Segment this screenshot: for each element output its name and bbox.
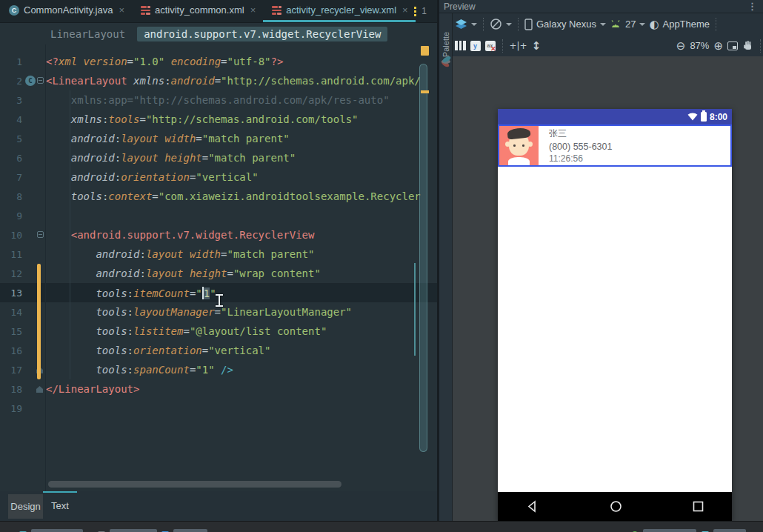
theme-editor-icon[interactable]	[441, 56, 451, 68]
nav-home-icon[interactable]	[610, 500, 622, 513]
code-line-7[interactable]: 7 android:orientation="vertical"	[0, 167, 437, 187]
pan-hand-icon[interactable]	[742, 40, 753, 51]
line-number: 10	[0, 230, 22, 241]
code-line-1[interactable]: 1<?xml version="1.0" encoding="utf-8"?>	[0, 52, 437, 71]
code-line-16[interactable]: 16 tools:orientation="vertical"	[0, 341, 437, 360]
code-line-2[interactable]: 2C<LinearLayout xmlns:android="http://sc…	[0, 71, 437, 90]
tab-close-icon[interactable]: ×	[119, 4, 124, 16]
preview-config-toolbar: Galaxy Nexus 27 ◐ AppTheme	[453, 13, 763, 35]
preview-options-icon[interactable]: ⋮	[747, 1, 757, 12]
layout-variants-icon[interactable]	[455, 19, 467, 30]
statusbar-fragment	[98, 528, 157, 532]
resize-vertical-icon[interactable]: ↕	[532, 39, 542, 53]
breadcrumb-item-linearlayout[interactable]: LinearLayout	[50, 28, 125, 40]
code-line-9[interactable]: 9	[0, 206, 437, 225]
theme-icon: ◐	[649, 18, 659, 31]
gutter	[22, 90, 46, 110]
nav-back-icon[interactable]	[526, 500, 539, 513]
line-number: 17	[0, 365, 22, 376]
tab-text[interactable]: Text	[43, 491, 77, 519]
statusbar-fragment	[19, 528, 83, 532]
line-number: 2	[0, 76, 22, 87]
horizontal-scrollbar[interactable]	[48, 481, 341, 488]
hidden-tabs-indicator[interactable]: 1	[414, 6, 427, 16]
code-line-4[interactable]: 4 xmlns:tools="http://schemas.android.co…	[0, 110, 437, 129]
statusbar-fragment	[161, 528, 207, 532]
fold-marker-icon[interactable]	[36, 386, 43, 393]
warning-stripe-mark[interactable]	[421, 90, 429, 93]
ide-statusbar	[0, 521, 763, 532]
nav-recents-icon[interactable]	[693, 501, 704, 512]
code-line-12[interactable]: 12 android:layout_height="wrap_content"	[0, 264, 437, 283]
code-line-5[interactable]: 5 android:layout_width="match_parent"	[0, 129, 437, 148]
gutter	[22, 283, 46, 302]
mouse-ibeam-cursor	[215, 293, 224, 307]
sample-data-icon[interactable]: y	[470, 41, 481, 51]
theme-selector[interactable]: AppTheme	[662, 19, 710, 30]
tab-activity_common.xml[interactable]: activity_common.xml×	[132, 0, 263, 22]
code-line-18[interactable]: 18</LinearLayout>	[0, 379, 437, 399]
column-mode-icon[interactable]	[455, 41, 466, 50]
code-line-11[interactable]: 11 android:layout_width="match_parent"	[0, 245, 437, 264]
line-number: 6	[0, 153, 22, 164]
zoom-out-icon[interactable]: ⊖	[676, 39, 686, 53]
android-nav-bar	[498, 492, 732, 521]
tab-label: CommonActivity.java	[24, 4, 113, 16]
xml-file-icon	[141, 5, 150, 15]
tab-close-icon[interactable]: ×	[250, 4, 256, 16]
warning-stripe-indicator[interactable]	[421, 46, 429, 56]
code-line-3[interactable]: 3 xmlns:app="http://schemas.android.com/…	[0, 90, 437, 110]
line-number: 7	[0, 172, 22, 183]
code-line-15[interactable]: 15 tools:listitem="@layout/list_content"	[0, 322, 437, 341]
api-level-selector[interactable]: 27	[625, 19, 636, 30]
recycler-list-item[interactable]: 张三 (800) 555-6301 11:26:56	[498, 124, 732, 167]
android-api-icon[interactable]	[610, 20, 622, 28]
vcs-change-bar	[37, 264, 41, 379]
device-phone-icon[interactable]	[524, 19, 533, 30]
contact-avatar	[499, 126, 539, 165]
fold-marker-icon[interactable]	[37, 77, 44, 84]
center-horizontal-icon[interactable]: +|+	[510, 41, 527, 51]
breadcrumb-item-recyclerview[interactable]: android.support.v7.widget.RecyclerView	[137, 27, 387, 41]
zoom-fit-icon[interactable]	[727, 41, 738, 50]
scrollbar-selection-mark	[414, 263, 416, 356]
api-level-dropdown[interactable]	[639, 23, 645, 29]
code-text: <?xml version="1.0" encoding="utf-8"?>	[46, 56, 437, 67]
battery-icon	[701, 112, 707, 122]
device-dropdown[interactable]	[600, 23, 606, 29]
code-editor[interactable]: 1<?xml version="1.0" encoding="utf-8"?>2…	[0, 44, 437, 491]
tab-CommonActivity.java[interactable]: CCommonActivity.java×	[0, 0, 132, 22]
code-line-19[interactable]: 19	[0, 399, 437, 418]
tab-close-icon[interactable]: ×	[402, 4, 408, 16]
code-text: android:layout_height="wrap_content"	[46, 267, 437, 279]
code-line-10[interactable]: 10 <android.support.v7.widget.RecyclerVi…	[0, 225, 437, 245]
code-text: android:layout_width="match_parent"	[46, 248, 437, 260]
orientation-dropdown[interactable]	[506, 23, 512, 29]
contact-text-block: 张三 (800) 555-6301 11:26:56	[549, 126, 612, 165]
context-class-gutter-icon[interactable]: C	[25, 76, 36, 86]
zoom-in-icon[interactable]: ⊕	[713, 39, 723, 53]
orientation-icon[interactable]	[490, 18, 502, 30]
gutter	[22, 187, 46, 206]
code-line-6[interactable]: 6 android:layout_height="match_parent"	[0, 148, 437, 167]
code-line-8[interactable]: 8 tools:context="com.xiaweizi.androidtoo…	[0, 187, 437, 206]
preview-canvas[interactable]: 8:00 张三 (800) 555-6301 11:26:56	[453, 56, 763, 521]
zoom-level: 87%	[690, 40, 709, 51]
line-number: 4	[0, 114, 22, 125]
tab-activity_recycler_view.xml[interactable]: activity_recycler_view.xml×	[263, 0, 415, 22]
gutter	[22, 225, 46, 245]
editor-pane: CCommonActivity.java×activity_common.xml…	[0, 0, 437, 521]
clear-sample-data-icon[interactable]: ax	[485, 41, 496, 51]
code-line-17[interactable]: 17 tools:spanCount="1" />	[0, 360, 437, 379]
device-selector[interactable]: Galaxy Nexus	[536, 19, 596, 30]
contact-time: 11:26:56	[549, 153, 612, 164]
vertical-scrollbar[interactable]	[419, 64, 427, 452]
fold-marker-icon[interactable]	[37, 231, 44, 238]
gutter	[22, 167, 46, 187]
tab-design[interactable]: Design	[8, 494, 43, 519]
layout-variants-dropdown[interactable]	[471, 23, 477, 29]
gutter	[22, 245, 46, 264]
contact-phone: (800) 555-6301	[549, 142, 612, 152]
java-class-icon: C	[9, 5, 19, 16]
line-number: 18	[0, 384, 22, 395]
